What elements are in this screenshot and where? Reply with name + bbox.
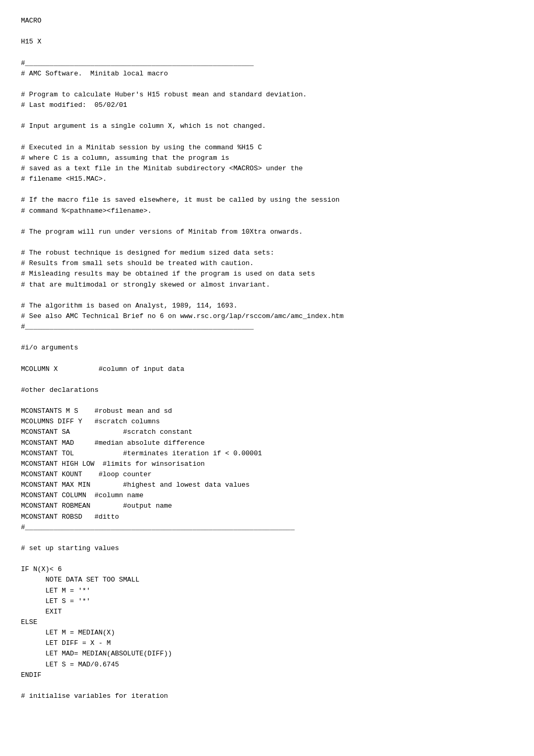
code-content: MACRO H15 X #___________________________…	[21, 16, 513, 702]
